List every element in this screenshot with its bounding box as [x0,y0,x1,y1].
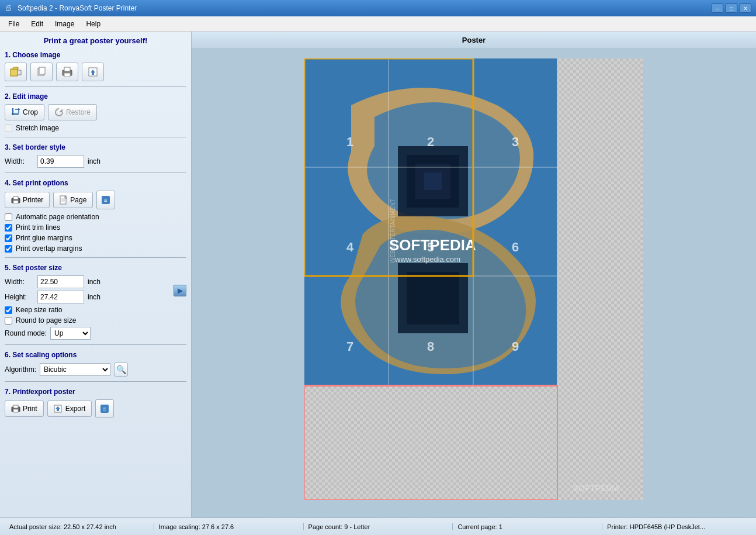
menu-edit[interactable]: Edit [25,18,49,30]
keep-ratio-checkbox[interactable] [5,306,12,314]
round-page-checkbox[interactable] [5,317,12,325]
round-mode-select[interactable]: Up Down Nearest [50,327,91,340]
print-glue-checkbox[interactable] [5,234,12,242]
restore-label: Restore [66,108,91,116]
softpedia-url: www.softpedia.com [394,255,460,264]
auto-orientation-label: Automatic page orientation [16,213,99,221]
status-actual-size: Actual poster size: 22.50 x 27.42 inch [5,523,154,530]
divider-4 [5,257,186,258]
divider-5 [5,344,186,345]
section-print-export: 7. Print/export poster [5,388,186,396]
print-overlap-row: Print overlap margins [5,244,186,253]
section-edit-image: 2. Edit image [5,92,186,101]
border-width-row: Width: inch [5,155,186,168]
stretch-checkbox[interactable] [5,125,12,132]
title-bar: 🖨 Softpedia 2 - RonyaSoft Poster Printer… [0,0,756,16]
page-num-1: 1 [346,134,353,149]
poster-width-unit: inch [88,278,100,286]
maximize-button[interactable]: □ [726,4,737,13]
open-file-button[interactable] [5,63,27,81]
choose-image-buttons [5,63,186,81]
crop-button[interactable]: Crop [5,104,44,120]
svg-text:SOFTPEDIA: SOFTPEDIA [573,484,620,493]
algorithm-row: Algorithm: Bicubic Bilinear Nearest Neig… [5,363,186,377]
page-num-7: 7 [346,339,353,354]
poster-height-input[interactable] [37,291,84,303]
auto-orientation-row: Automatic page orientation [5,213,186,221]
svg-rect-0 [11,69,18,76]
size-arrows: ▶ [174,285,186,296]
poster-area[interactable]: 1 2 3 4 5 6 7 8 9 SOFTPEDIA www.softpedi… [192,49,756,517]
svg-rect-6 [64,67,70,71]
auto-orientation-checkbox[interactable] [5,213,12,221]
minimize-button[interactable]: – [712,4,723,13]
print-final-button[interactable]: Print [5,401,44,417]
print-button[interactable] [56,63,78,81]
page-num-2: 2 [427,134,434,149]
divider-3 [5,172,186,173]
left-panel: Print a great poster yourself! 1. Choose… [0,32,192,517]
svg-rect-45 [407,272,459,325]
poster-width-label: Width: [5,278,34,286]
menu-image[interactable]: Image [49,18,80,30]
print-trim-checkbox[interactable] [5,224,12,232]
close-button[interactable]: ✕ [740,4,751,13]
size-increase-button[interactable]: ▶ [174,285,186,296]
print-trim-label: Print trim lines [16,223,60,232]
algorithm-label: Algorithm: [5,365,36,374]
poster-canvas: 1 2 3 4 5 6 7 8 9 SOFTPEDIA www.softpedi… [304,58,643,500]
print-options-extra[interactable]: ≡ [96,191,115,209]
page-num-8: 8 [427,339,434,354]
preview-button[interactable]: 🔍 [114,363,128,377]
print-option-buttons: Printer Page ≡ [5,191,186,209]
printer-button[interactable]: Printer [5,192,50,208]
svg-marker-1 [12,67,18,69]
status-current-page: Current page: 1 [453,523,602,530]
poster-width-row: Width: inch [5,275,169,288]
window-title: Softpedia 2 - RonyaSoft Poster Printer [18,4,712,12]
panel-header: Print a great poster yourself! [5,36,186,45]
printer-label: Printer [23,196,43,204]
svg-rect-43 [424,172,442,190]
export-extra-button[interactable]: ≡ [95,399,114,418]
svg-text:≡: ≡ [104,197,107,203]
page-num-9: 9 [512,339,519,354]
stretch-label: Stretch image [16,124,59,132]
round-mode-row: Round mode: Up Down Nearest [5,327,186,340]
border-width-label: Width: [5,157,34,165]
section-print-options: 4. Set print options [5,179,186,187]
menu-help[interactable]: Help [80,18,106,30]
poster-size-fields: Width: inch Height: inch [5,275,169,306]
print-overlap-label: Print overlap margins [16,244,82,253]
page-button[interactable]: Page [53,192,93,208]
svg-rect-7 [64,73,70,77]
divider-6 [5,381,186,382]
poster-height-row: Height: inch [5,291,169,303]
poster-height-unit: inch [88,293,100,301]
menu-file[interactable]: File [2,18,25,30]
page-num-4: 4 [346,240,354,254]
svg-rect-4 [39,67,45,74]
svg-rect-26 [13,405,18,408]
poster-width-input[interactable] [37,275,84,288]
export-final-button[interactable]: Export [47,401,92,417]
menu-bar: File Edit Image Help [0,16,756,32]
print-overlap-checkbox[interactable] [5,245,12,253]
restore-button[interactable]: Restore [48,104,97,120]
app-icon: 🖨 [5,4,14,13]
round-page-label: Round to page size [16,316,76,325]
poster-header: Poster [192,32,756,49]
status-page-count: Page count: 9 - Letter [304,523,453,530]
border-width-input[interactable] [37,155,84,168]
copy-button[interactable] [30,63,53,81]
divider-2 [5,137,186,137]
svg-rect-2 [18,70,21,75]
window-controls: – □ ✕ [712,4,751,13]
keep-ratio-label: Keep size ratio [16,306,62,314]
round-page-row: Round to page size [5,316,186,325]
algorithm-select[interactable]: Bicubic Bilinear Nearest Neighbor [40,363,110,376]
export-button[interactable] [82,63,104,81]
svg-rect-17 [13,201,18,203]
softpedia-text: SOFTPEDIA [389,236,476,254]
section-scaling: 6. Set scaling options [5,351,186,359]
